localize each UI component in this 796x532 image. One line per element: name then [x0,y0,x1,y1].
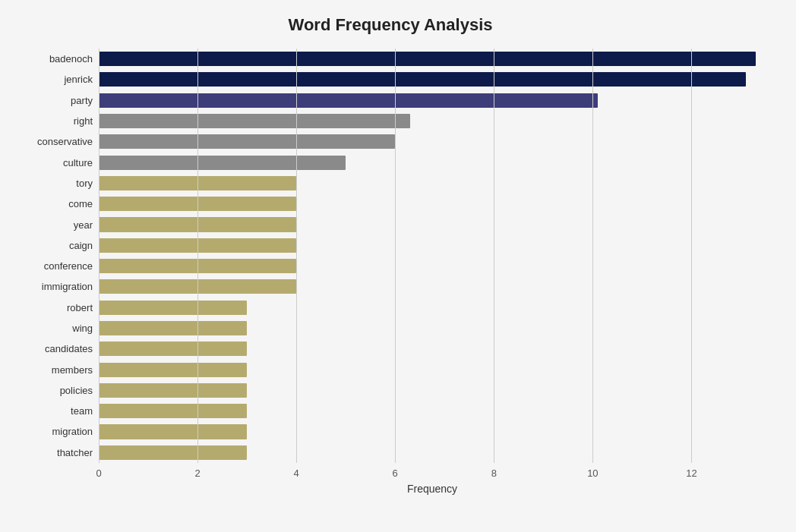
y-label-conservative: conservative [37,131,93,152]
bar-row-robert [99,297,766,318]
bar-tory [99,176,296,190]
y-label-thatcher: thatcher [57,442,93,463]
y-label-team: team [71,401,93,421]
bar-robert [99,301,247,315]
y-label-robert: robert [67,297,93,318]
y-label-come: come [68,194,93,214]
x-tick-labels: 024681012 [99,464,766,480]
bar-row-wing [99,318,766,338]
bar-row-right [99,111,766,131]
bar-row-badenoch [99,49,766,69]
x-tick-8: 8 [491,467,497,479]
bar-row-jenrick [99,69,766,90]
bar-row-come [99,194,766,214]
x-axis-label: Frequency [99,483,766,495]
bar-party [99,93,598,108]
chart-container: Word Frequency Analysis badenochjenrickp… [0,0,796,532]
x-tick-12: 12 [686,467,696,479]
bar-culture [99,156,346,170]
bar-row-conservative [99,131,766,152]
y-label-policies: policies [60,380,93,401]
bar-badenoch [99,52,756,66]
y-label-members: members [52,359,93,379]
y-label-wing: wing [72,318,93,338]
bar-team [99,404,247,418]
x-tick-10: 10 [587,467,598,479]
bar-row-tory [99,173,766,194]
y-label-migration: migration [52,421,93,442]
y-label-badenoch: badenoch [49,49,93,69]
bar-jenrick [99,72,746,87]
y-axis-labels: badenochjenrickpartyrightconservativecul… [15,49,99,463]
y-label-caign: caign [69,235,93,256]
x-tick-0: 0 [96,467,101,479]
bar-row-thatcher [99,442,766,463]
bar-row-year [99,214,766,235]
bar-row-immigration [99,276,766,297]
bar-year [99,217,296,231]
bar-row-party [99,90,766,111]
y-label-year: year [74,214,93,235]
bar-wing [99,321,247,335]
bar-row-culture [99,152,766,172]
bar-caign [99,238,296,253]
x-tick-2: 2 [194,467,200,479]
bar-policies [99,383,247,398]
bar-row-policies [99,380,766,401]
bars-area [99,49,766,463]
y-label-candidates: candidates [45,338,93,359]
bar-row-conference [99,256,766,276]
bar-row-candidates [99,338,766,359]
bar-thatcher [99,445,247,460]
bar-come [99,197,296,211]
y-label-immigration: immigration [42,276,93,297]
x-tick-6: 6 [393,467,398,479]
bar-right [99,114,410,128]
bar-immigration [99,279,296,294]
bar-conservative [99,134,395,149]
x-tick-4: 4 [294,467,299,479]
bar-row-caign [99,235,766,256]
bar-conference [99,259,296,273]
bar-row-team [99,401,766,421]
chart-title: Word Frequency Analysis [15,15,766,35]
bar-migration [99,424,247,439]
y-label-right: right [74,111,93,131]
bar-row-members [99,359,766,379]
bar-candidates [99,342,247,356]
y-label-conference: conference [44,256,93,276]
y-label-tory: tory [76,173,93,194]
y-label-culture: culture [63,152,93,172]
bar-members [99,363,247,377]
y-label-party: party [71,90,93,111]
bar-row-migration [99,421,766,442]
y-label-jenrick: jenrick [64,69,93,90]
